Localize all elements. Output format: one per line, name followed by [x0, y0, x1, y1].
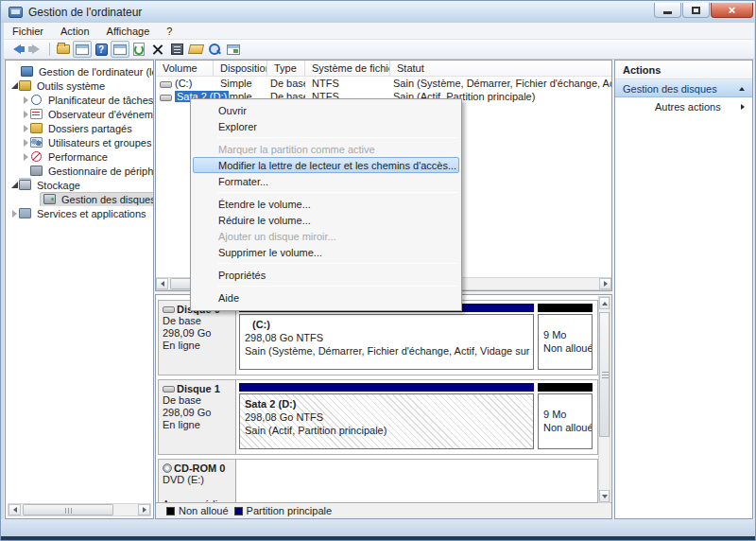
unallocated-disk0[interactable]: 9 Mo Non alloué — [538, 304, 593, 372]
properties-button[interactable] — [167, 41, 186, 58]
close-icon: × — [729, 6, 736, 15]
graphical-vertical-scrollbar[interactable] — [598, 296, 610, 503]
menu-item-marquer-partition-active: Marquer la partition comme active — [193, 141, 459, 157]
menu-separator — [217, 192, 457, 193]
menu-separator — [217, 137, 457, 138]
submenu-arrow-icon — [741, 104, 745, 110]
tree-item-services-applications[interactable]: Services et applications — [6, 206, 153, 220]
expander-closed-icon[interactable] — [22, 111, 30, 118]
scroll-thumb[interactable] — [23, 504, 113, 515]
help-icon: ? — [95, 44, 108, 56]
collapse-icon[interactable] — [739, 87, 745, 91]
actions-group-disk-management[interactable]: Gestion des disques — [615, 79, 752, 97]
minimize-button[interactable] — [654, 3, 681, 18]
tree-item-local-users-groups[interactable]: Utilisateurs et groupes locaux — [6, 135, 153, 149]
cdrom-label[interactable]: CD-ROM 0 DVD (E:) Aucun média — [159, 460, 236, 502]
folder-up-icon — [57, 44, 70, 54]
menu-fichier[interactable]: Fichier — [4, 23, 52, 39]
menu-item-supprimer-volume[interactable]: Supprimer le volume... — [193, 244, 459, 260]
tree-item-task-scheduler[interactable]: Planificateur de tâches — [6, 93, 153, 107]
clock-icon — [31, 95, 42, 105]
menu-separator — [217, 286, 457, 287]
scroll-down-button[interactable] — [599, 490, 610, 502]
tree-item-computer-management[interactable]: Gestion de l'ordinateur (local) — [6, 64, 153, 79]
menu-item-modifier-lettre-lecteur[interactable]: Modifier la lettre de lecteur et les che… — [193, 157, 459, 173]
scroll-thumb[interactable] — [599, 312, 610, 437]
titlebar: Gestion de l'ordinateur × — [1, 1, 756, 23]
close-button[interactable]: × — [711, 3, 753, 18]
disk1-label[interactable]: Disque 1 De base 298,09 Go En ligne — [159, 380, 236, 454]
volume-list-header: Volume Disposition Type Système de fichi… — [156, 61, 611, 77]
actions-item-more-actions[interactable]: Autres actions — [615, 97, 752, 115]
menu-item-etendre-volume[interactable]: Étendre le volume... — [193, 196, 459, 212]
menu-item-ajouter-disque-miroir: Ajouter un disque miroir... — [193, 228, 459, 244]
menu-item-aide[interactable]: Aide — [193, 289, 459, 305]
expander-closed-icon[interactable] — [10, 210, 19, 218]
computer-icon — [21, 66, 33, 77]
tree-item-performance[interactable]: Performance — [6, 149, 153, 164]
volume-row-c[interactable]: (C:) Simple De base NTFS Sain (Système, … — [156, 77, 611, 90]
menu-item-explorer[interactable]: Explorer — [193, 118, 459, 134]
event-log-icon — [30, 109, 43, 119]
tree-item-device-manager[interactable]: Gestionnaire de périphériques — [6, 164, 153, 178]
column-header-volume[interactable]: Volume — [156, 61, 214, 76]
unallocated-color-band — [538, 383, 593, 392]
scroll-right-button[interactable] — [599, 278, 611, 289]
scroll-up-button[interactable] — [599, 297, 610, 309]
console-tree-panel: Gestion de l'ordinateur (local) Outils s… — [5, 60, 154, 519]
legend: Non alloué Partition principale — [156, 502, 611, 518]
open-button[interactable] — [186, 41, 205, 58]
toolbar: ? — [4, 40, 754, 60]
expander-open-icon[interactable] — [10, 182, 19, 188]
up-one-level-button[interactable] — [54, 41, 73, 58]
expander-closed-icon[interactable] — [22, 96, 30, 104]
menu-action[interactable]: Action — [52, 23, 98, 39]
help-button[interactable]: ? — [92, 41, 111, 58]
tree-item-shared-folders[interactable]: Dossiers partagés — [6, 121, 153, 135]
unallocated-disk1[interactable]: 9 Mo Non alloué — [538, 383, 593, 451]
app-icon — [9, 7, 23, 18]
maximize-button[interactable] — [682, 3, 710, 18]
menu-item-proprietes[interactable]: Propriétés — [193, 267, 459, 283]
expander-closed-icon[interactable] — [22, 139, 30, 147]
column-header-filesystem[interactable]: Système de fichiers — [305, 61, 390, 76]
scroll-right-button[interactable] — [138, 504, 150, 515]
column-header-disposition[interactable]: Disposition — [214, 61, 267, 76]
expander-open-icon[interactable] — [10, 82, 19, 89]
scroll-left-button[interactable] — [156, 278, 168, 289]
menu-item-ouvrir[interactable]: Ouvrir — [193, 102, 459, 118]
expander-closed-icon[interactable] — [22, 153, 30, 161]
drive-icon — [160, 81, 172, 88]
menu-item-reduire-volume[interactable]: Réduire le volume... — [193, 212, 459, 228]
menu-item-formater[interactable]: Formater... — [193, 173, 459, 189]
options-button[interactable] — [224, 41, 243, 58]
scroll-left-button[interactable] — [9, 504, 21, 515]
menu-affichage[interactable]: Affichage — [98, 23, 159, 39]
find-button[interactable] — [205, 41, 224, 58]
menu-help[interactable]: ? — [158, 23, 180, 39]
tree-item-event-viewer[interactable]: Observateur d'événements — [6, 107, 153, 121]
column-header-status[interactable]: Statut — [390, 61, 611, 76]
action-pane-icon — [113, 44, 127, 55]
show-console-tree-button[interactable] — [73, 41, 92, 58]
disk0-label[interactable]: Disque 0 De base 298,09 Go En ligne — [159, 301, 236, 375]
actions-panel: Actions Gestion des disques Autres actio… — [614, 60, 753, 519]
show-action-pane-button[interactable] — [111, 41, 129, 58]
forward-button[interactable] — [26, 41, 45, 58]
refresh-button[interactable] — [129, 41, 148, 58]
computer-management-window: Gestion de l'ordinateur × Fichier Action… — [0, 0, 756, 541]
partition-c[interactable]: (C:) 298,08 Go NTFS Sain (Système, Démar… — [239, 304, 534, 372]
tree-item-storage[interactable]: Stockage — [6, 178, 153, 192]
delete-button[interactable] — [148, 41, 167, 58]
expander-closed-icon[interactable] — [22, 125, 30, 132]
tree-horizontal-scrollbar[interactable] — [8, 503, 151, 516]
disk-row-1: Disque 1 De base 298,09 Go En ligne Sata… — [158, 379, 598, 455]
back-button[interactable] — [8, 41, 26, 58]
tree-item-system-tools[interactable]: Outils système — [6, 79, 153, 93]
users-icon — [30, 137, 43, 148]
column-header-type[interactable]: Type — [267, 61, 305, 76]
properties-icon — [171, 44, 183, 55]
partition-sata2[interactable]: Sata 2 (D:) 298,08 Go NTFS Sain (Actif, … — [239, 383, 534, 451]
tree-item-disk-management[interactable]: Gestion des disques — [6, 192, 153, 206]
toolbar-separator — [49, 43, 50, 56]
